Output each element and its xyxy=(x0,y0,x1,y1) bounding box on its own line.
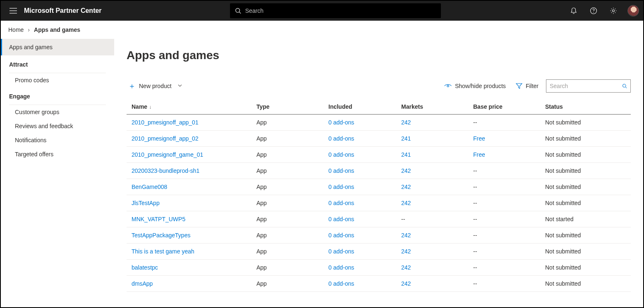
cell-link[interactable]: 0 add-ons xyxy=(328,280,354,287)
new-product-button[interactable]: ＋ New product xyxy=(127,79,184,93)
top-bar: Microsoft Partner Center xyxy=(1,1,643,21)
table-row: TestAppPackageTypesApp0 add-ons242--Not … xyxy=(127,227,631,244)
table-row: balatestpcApp0 add-ons242--Not submitted xyxy=(127,260,631,276)
column-included[interactable]: Included xyxy=(323,99,396,115)
filter-button[interactable]: Filter xyxy=(516,83,539,89)
svg-point-8 xyxy=(447,85,449,87)
global-search-input[interactable] xyxy=(245,7,436,14)
cell-text: -- xyxy=(473,248,477,255)
table-search-input[interactable] xyxy=(550,83,622,89)
cell-text: Not submitted xyxy=(545,280,581,287)
cell-link[interactable]: 0 add-ons xyxy=(328,135,354,142)
svg-point-9 xyxy=(623,84,626,88)
cell-link[interactable]: 0 add-ons xyxy=(328,200,354,206)
cell-link[interactable]: 241 xyxy=(401,135,411,142)
plus-icon: ＋ xyxy=(128,81,136,91)
column-type[interactable]: Type xyxy=(251,99,323,115)
cell-link[interactable]: 0 add-ons xyxy=(328,184,354,190)
cell-link[interactable]: 0 add-ons xyxy=(328,216,354,222)
cell-text: -- xyxy=(473,119,477,126)
cell-link[interactable]: 241 xyxy=(401,151,411,158)
column-markets[interactable]: Markets xyxy=(396,99,468,115)
sidebar-item-notifications[interactable]: Notifications xyxy=(1,133,114,147)
cell-link[interactable]: 0 add-ons xyxy=(328,167,354,174)
cell-link[interactable]: 0 add-ons xyxy=(328,119,354,126)
cell-link[interactable]: 242 xyxy=(401,264,411,271)
cell-link[interactable]: BenGame008 xyxy=(132,184,167,190)
page-title: Apps and games xyxy=(127,49,631,62)
cell-link[interactable]: 2010_pmesignoff_app_02 xyxy=(132,135,199,142)
cell-text: -- xyxy=(473,232,477,239)
cell-link[interactable]: Free xyxy=(473,151,485,158)
cell-link[interactable]: 242 xyxy=(401,232,411,239)
table-row: This is a test game yeahApp0 add-ons242-… xyxy=(127,244,631,260)
cell-text: Not submitted xyxy=(545,184,581,190)
sidebar-item-promo-codes[interactable]: Promo codes xyxy=(1,73,114,87)
sidebar-item-customer-groups[interactable]: Customer groups xyxy=(1,105,114,119)
svg-line-4 xyxy=(239,12,241,14)
cell-link[interactable]: 242 xyxy=(401,167,411,174)
cell-link[interactable]: 2010_pmesignoff_app_01 xyxy=(132,119,199,126)
settings-icon[interactable] xyxy=(605,2,622,19)
notifications-icon[interactable] xyxy=(565,2,582,19)
cell-link[interactable]: 0 add-ons xyxy=(328,232,354,239)
cell-text: App xyxy=(256,200,267,206)
cell-text: Not submitted xyxy=(545,232,581,239)
column-name[interactable]: Name↓ xyxy=(127,99,251,115)
cell-text: -- xyxy=(473,167,477,174)
cell-text: App xyxy=(256,135,267,142)
cell-link[interactable]: 20200323-bundleprod-sh1 xyxy=(132,167,199,174)
global-search[interactable] xyxy=(230,3,441,18)
breadcrumb-home[interactable]: Home xyxy=(8,26,24,33)
sidebar-item-apps-and-games[interactable]: Apps and games xyxy=(1,39,114,55)
cell-text: Not submitted xyxy=(545,167,581,174)
cell-text: -- xyxy=(473,200,477,206)
sidebar-item-reviews-feedback[interactable]: Reviews and feedback xyxy=(1,119,114,133)
cell-link[interactable]: 0 add-ons xyxy=(328,264,354,271)
breadcrumb-current: Apps and games xyxy=(34,26,80,33)
cell-text: Not started xyxy=(545,216,573,222)
cell-link[interactable]: 242 xyxy=(401,280,411,287)
table-row: 2010_pmesignoff_app_02App0 add-ons241Fre… xyxy=(127,131,631,147)
cell-link[interactable]: 242 xyxy=(401,119,411,126)
cell-link[interactable]: 242 xyxy=(401,200,411,206)
cell-text: App xyxy=(256,151,267,158)
cell-link[interactable]: JlsTestApp xyxy=(132,200,160,206)
cell-link[interactable]: This is a test game yeah xyxy=(132,248,194,255)
cell-text: Not submitted xyxy=(545,264,581,271)
cell-link[interactable]: 0 add-ons xyxy=(328,151,354,158)
cell-link[interactable]: TestAppPackageTypes xyxy=(132,232,190,239)
cell-link[interactable]: balatestpc xyxy=(132,264,158,271)
svg-point-6 xyxy=(593,12,594,12)
cell-link[interactable]: dmsApp xyxy=(132,280,153,287)
cell-text: -- xyxy=(401,216,405,222)
main-content: Apps and games ＋ New product Show/hide p… xyxy=(114,39,643,307)
cell-link[interactable]: 2010_pmesignoff_game_01 xyxy=(132,151,203,158)
cell-link[interactable]: MNK_VATPT_UWP5 xyxy=(132,216,185,222)
chevron-down-icon xyxy=(177,83,182,89)
cell-text: Not submitted xyxy=(545,119,581,126)
cell-text: App xyxy=(256,119,267,126)
cell-link[interactable]: 242 xyxy=(401,184,411,190)
table-search[interactable] xyxy=(546,79,631,93)
cell-text: App xyxy=(256,232,267,239)
cell-link[interactable]: 242 xyxy=(401,248,411,255)
avatar[interactable] xyxy=(627,5,639,17)
cell-text: App xyxy=(256,216,267,222)
eye-icon xyxy=(444,83,452,89)
cell-link[interactable]: 0 add-ons xyxy=(328,248,354,255)
column-base-price[interactable]: Base price xyxy=(468,99,540,115)
table-row: JlsTestAppApp0 add-ons242--Not submitted xyxy=(127,195,631,211)
sidebar-item-targeted-offers[interactable]: Targeted offers xyxy=(1,147,114,161)
table-row: 20200323-bundleprod-sh1App0 add-ons242--… xyxy=(127,163,631,179)
cell-text: -- xyxy=(473,264,477,271)
cell-link[interactable]: Free xyxy=(473,135,485,142)
show-hide-products-button[interactable]: Show/hide products xyxy=(444,83,506,89)
column-status[interactable]: Status xyxy=(540,99,631,115)
help-icon[interactable] xyxy=(585,2,602,19)
filter-label: Filter xyxy=(526,83,539,89)
table-row: 2010_pmesignoff_game_01App0 add-ons241Fr… xyxy=(127,147,631,163)
svg-point-7 xyxy=(613,10,615,12)
hamburger-icon[interactable] xyxy=(5,2,22,19)
brand-title[interactable]: Microsoft Partner Center xyxy=(24,7,102,14)
